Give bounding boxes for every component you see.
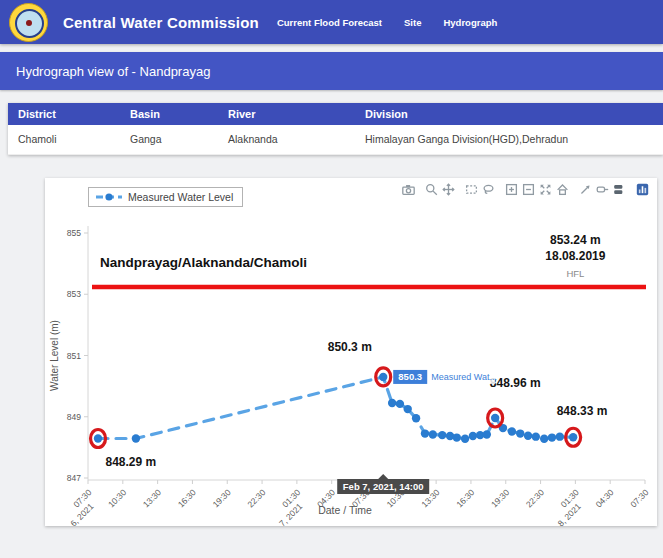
hover-closest-button[interactable] <box>594 182 611 197</box>
zoom-button[interactable] <box>423 182 440 197</box>
cell-division: Himalayan Ganga Division(HGD),Dehradun <box>355 125 663 155</box>
table-row: Chamoli Ganga Alaknanda Himalayan Ganga … <box>8 125 663 155</box>
value-annotation: 848.33 m <box>557 404 608 418</box>
hover-compare-icon <box>613 183 626 196</box>
cwc-logo-center <box>26 20 32 26</box>
y-axis-title: Water Level (m) <box>49 320 60 391</box>
reset-axes-button[interactable] <box>554 182 571 197</box>
data-point-marker[interactable] <box>132 434 140 442</box>
nav-item-current-flood-forecast[interactable]: Current Flood Forecast <box>277 17 382 28</box>
cell-river: Alaknanda <box>218 125 355 155</box>
page-title: Hydrograph view of - Nandprayag <box>16 64 210 79</box>
data-point-marker[interactable] <box>491 414 499 422</box>
hfl-date-label: 18.08.2019 <box>545 249 605 263</box>
col-header-basin: Basin <box>120 103 218 125</box>
zoom-in-icon <box>505 183 518 196</box>
y-tick-label: 853 <box>67 289 81 299</box>
y-tick-label: 849 <box>67 412 81 422</box>
app-title: Central Water Commission <box>63 14 259 31</box>
autoscale-icon <box>539 183 552 196</box>
data-point-marker[interactable] <box>469 432 477 440</box>
x-tick-label: 22:30 <box>245 487 267 509</box>
value-annotation: 850.3 m <box>328 340 372 354</box>
chart-toolbar <box>400 182 651 197</box>
data-point-marker[interactable] <box>508 427 516 435</box>
reset-axes-icon <box>556 183 569 196</box>
x-tick-label: 16:30 <box>454 487 476 509</box>
x-tick-label: 04:30 <box>593 487 615 509</box>
pan-button[interactable] <box>440 182 457 197</box>
data-point-marker[interactable] <box>483 430 491 438</box>
data-point-marker[interactable] <box>540 435 548 443</box>
hover-closest-icon <box>596 183 609 196</box>
page: Central Water Commission Current Flood F… <box>0 0 663 558</box>
data-point-marker[interactable] <box>524 432 532 440</box>
autoscale-button[interactable] <box>537 182 554 197</box>
data-point-marker[interactable] <box>556 432 564 440</box>
table-header-row: District Basin River Division <box>8 103 663 125</box>
x-tick-label: 22:30 <box>524 487 546 509</box>
y-tick-label: 855 <box>67 228 81 238</box>
data-point-marker[interactable] <box>388 399 396 407</box>
lasso-icon <box>482 183 495 196</box>
x-tick-label: 19:30 <box>489 487 511 509</box>
spikelines-button[interactable] <box>577 182 594 197</box>
zoom-in-button[interactable] <box>503 182 520 197</box>
chart-legend[interactable]: Measured Water Level <box>88 187 243 207</box>
data-point-marker[interactable] <box>429 430 437 438</box>
col-header-division: Division <box>355 103 663 125</box>
x-tick-label: 19:30 <box>211 487 233 509</box>
hydrograph-plot[interactable]: 85585385184984707:30Feb 6, 202110:3013:3… <box>45 178 657 526</box>
camera-button[interactable] <box>400 182 417 197</box>
lasso-button[interactable] <box>480 182 497 197</box>
col-header-district: District <box>8 103 120 125</box>
data-point-marker[interactable] <box>421 429 429 437</box>
hfl-value-label: 853.24 m <box>550 233 601 247</box>
hover-compare-button[interactable] <box>611 182 628 197</box>
box-select-button[interactable] <box>463 182 480 197</box>
y-tick-label: 851 <box>67 351 81 361</box>
value-annotation: 848.96 m <box>490 376 541 390</box>
data-point-marker[interactable] <box>379 373 387 381</box>
x-tick-label: 10:30 <box>106 487 128 509</box>
data-point-marker[interactable] <box>516 429 524 437</box>
camera-icon <box>402 183 415 196</box>
data-point-marker[interactable] <box>438 431 446 439</box>
hydrograph-chart-card: 85585385184984707:30Feb 6, 202110:3013:3… <box>45 178 657 526</box>
data-point-marker[interactable] <box>404 405 412 413</box>
cwc-logo-icon <box>9 3 48 42</box>
col-header-river: River <box>218 103 355 125</box>
page-subheader: Hydrograph view of - Nandprayag <box>0 52 663 90</box>
plotly-logo-icon <box>636 183 649 196</box>
nav-item-site[interactable]: Site <box>404 17 421 28</box>
data-point-marker[interactable] <box>461 435 469 443</box>
x-axis-title: Date / Time <box>318 504 372 516</box>
data-point-marker[interactable] <box>532 432 540 440</box>
x-tick-label: 13:30 <box>141 487 163 509</box>
hover-series-label: Measured Wat... <box>431 372 497 382</box>
main-nav: Current Flood Forecast Site Hydrograph <box>277 17 497 28</box>
zoom-icon <box>425 183 438 196</box>
data-point-marker[interactable] <box>453 433 461 441</box>
zoom-out-button[interactable] <box>520 182 537 197</box>
nav-item-hydrograph[interactable]: Hydrograph <box>443 17 497 28</box>
data-point-marker[interactable] <box>412 414 420 422</box>
hfl-tag-label: HFL <box>566 268 584 279</box>
plotly-logo-icon[interactable] <box>634 182 651 197</box>
legend-line-sample-icon <box>96 193 122 201</box>
data-point-marker[interactable] <box>396 400 404 408</box>
hover-axis-label: Feb 7, 2021, 14:00 <box>343 481 424 492</box>
legend-label: Measured Water Level <box>128 191 233 203</box>
data-point-marker[interactable] <box>94 434 102 442</box>
cell-district: Chamoli <box>8 125 120 155</box>
hover-point-value: 850.3 <box>398 371 422 382</box>
chart-title: Nandprayag/Alaknanda/Chamoli <box>100 255 307 270</box>
data-point-marker[interactable] <box>569 433 577 441</box>
cell-basin: Ganga <box>120 125 218 155</box>
app-header: Central Water Commission Current Flood F… <box>0 0 663 44</box>
pan-icon <box>442 183 455 196</box>
spikelines-icon <box>579 183 592 196</box>
y-tick-label: 847 <box>67 473 81 483</box>
x-tick-label: 07:30 <box>628 487 650 509</box>
data-point-marker[interactable] <box>548 433 556 441</box>
